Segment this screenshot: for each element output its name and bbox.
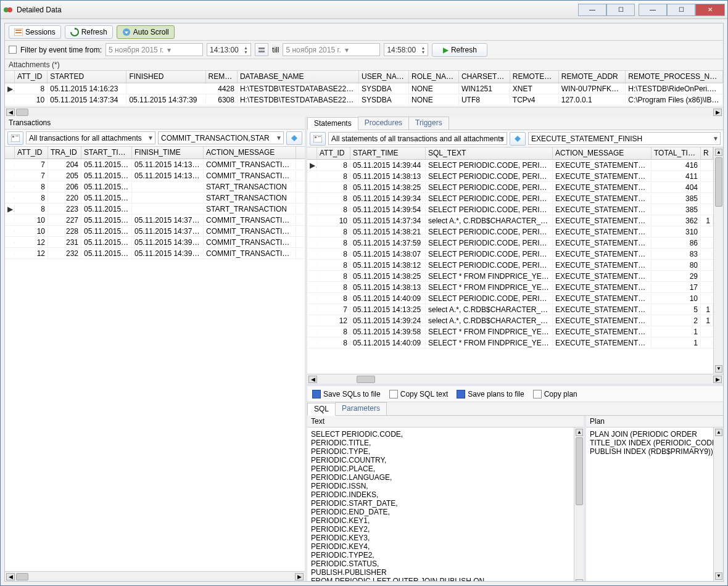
window-sub-minimize[interactable]: ― [578,4,606,16]
grid-options-button[interactable] [310,132,326,146]
scroll-left-icon[interactable]: ◀ [6,109,15,116]
table-row[interactable]: ▶ 8 223 05.11.2015 14 START_TRANSACTION [5,204,305,215]
statements-vscroll[interactable]: ▲ ▼ [713,147,723,374]
table-row[interactable]: 8 220 05.11.2015 14 START_TRANSACTION [5,192,305,204]
sql-text-label: Text [307,416,584,427]
scroll-left-icon[interactable]: ◀ [308,376,317,383]
scroll-up-icon[interactable]: ▲ [715,429,722,436]
copy-sql-button[interactable]: Copy SQL text [389,390,449,398]
table-row[interactable]: 8 05.11.2015 14:38:25 SELECT PERIODIC.CO… [307,182,713,193]
table-row[interactable]: 8 05.11.2015 14:40:09 SELECT PERIODIC.CO… [307,293,713,304]
save-plans-button[interactable]: Save plans to file [457,390,524,398]
scroll-thumb[interactable] [357,376,375,383]
table-row[interactable]: ▶ 8 05.11.2015 14:16:23 4428 H:\TESTDB\T… [5,83,723,94]
table-row[interactable]: 12 05.11.2015 14:39:24 select A.*, C.RDB… [307,315,713,326]
table-row[interactable]: 8 05.11.2015 14:39:34 SELECT PERIODIC.CO… [307,193,713,204]
table-row[interactable]: 8 05.11.2015 14:38:21 SELECT PERIODIC.CO… [307,226,713,237]
table-row[interactable]: 8 05.11.2015 14:38:13 SELECT * FROM FIND… [307,282,713,293]
tab-triggers[interactable]: Triggers [408,117,449,130]
table-row[interactable]: 8 05.11.2015 14:38:07 SELECT PERIODIC.CO… [307,249,713,260]
statements-hscroll[interactable]: ◀ ▶ [307,374,723,384]
attachments-hscroll[interactable]: ◀ ▶ [5,107,723,117]
copy-icon [389,390,398,398]
range-preset-button[interactable] [255,43,268,56]
table-row[interactable]: 7 205 05.11.2015 14 05.11.2015 14:13:31 … [5,170,305,181]
table-row[interactable]: 12 232 05.11.2015 14 05.11.2015 14:39:29… [5,248,305,259]
sql-pane: Save SQLs to file Copy SQL text Save pla… [307,384,723,581]
tab-statements[interactable]: Statements [307,117,358,130]
spin-icon: ▲▼ [421,46,425,54]
table-row[interactable]: 8 206 05.11.2015 14 START_TRANSACTION [5,181,305,192]
statements-grid[interactable]: ATT_IDSTART_TIMESQL_TEXTACTION_MESSAGETO… [307,147,713,374]
svg-rect-13 [318,136,321,137]
to-time-input[interactable]: 14:58:00 ▲▼ [384,43,428,56]
scroll-right-icon[interactable]: ▶ [713,109,722,116]
refresh-button[interactable]: Refresh [65,25,113,39]
sql-text-vscroll[interactable]: ▲ ▼ [574,427,584,581]
play-icon: ▶ [443,46,449,54]
scroll-down-icon[interactable]: ▼ [715,365,722,373]
attachments-title: Attachments (*) [5,59,723,71]
table-row[interactable]: ▶ 8 05.11.2015 14:39:44 SELECT PERIODIC.… [307,160,713,171]
table-row[interactable]: 7 204 05.11.2015 14 05.11.2015 14:13:25 … [5,159,305,170]
scroll-down-icon[interactable]: ▼ [715,572,722,580]
sql-split: Text SELECT PERIODIC.CODE, PERIODIC.TITL… [307,416,723,581]
table-row[interactable]: 10 227 05.11.2015 14 05.11.2015 14:37:34… [5,215,305,226]
transactions-filter-combo[interactable]: All transactions for all attachments▼ [26,131,155,144]
transactions-hscroll[interactable]: ◀ ▶ [5,571,305,581]
scroll-thumb[interactable] [16,109,28,116]
sessions-button[interactable]: Sessions [9,25,61,39]
table-row[interactable]: 8 05.11.2015 14:38:12 SELECT PERIODIC.CO… [307,260,713,271]
tab-parameters[interactable]: Parameters [335,402,387,415]
sql-text-area[interactable]: SELECT PERIODIC.CODE, PERIODIC.TITLE, PE… [307,427,574,581]
scroll-down-icon[interactable]: ▼ [576,579,583,581]
svg-rect-8 [11,134,20,142]
scroll-left-icon[interactable]: ◀ [6,573,15,580]
scroll-up-icon[interactable]: ▲ [715,149,722,156]
table-row[interactable]: 10 228 05.11.2015 14 05.11.2015 14:37:39… [5,226,305,237]
window-minimize[interactable]: ― [639,4,667,16]
copy-icon [533,390,542,398]
transactions-filter-text[interactable]: COMMIT_TRANSACTION,STAR▼ [158,131,284,144]
table-row[interactable]: 8 05.11.2015 14:40:09 SELECT * FROM FIND… [307,337,713,349]
table-row[interactable]: 10 05.11.2015 14:37:34 05.11.2015 14:37:… [5,94,723,105]
scroll-thumb[interactable] [16,573,28,580]
statements-filter-text[interactable]: EXECUTE_STATEMENT_FINISH▼ [528,132,721,145]
table-row[interactable]: 8 05.11.2015 14:39:54 SELECT PERIODIC.CO… [307,204,713,215]
window-maximize[interactable]: ☐ [667,4,695,16]
window-sub-maximize[interactable]: ☐ [606,4,635,16]
transactions-apply-filter[interactable] [286,131,302,145]
tab-sql[interactable]: SQL [307,403,336,416]
grid-options-button[interactable] [7,131,23,145]
tab-procedures[interactable]: Procedures [358,117,409,130]
chevron-down-icon: ▼ [499,135,505,142]
scroll-thumb[interactable] [715,157,722,207]
attachments-grid[interactable]: ATT_IDSTARTEDFINISHEDREMO...DATABASE_NAM… [5,71,723,107]
scroll-up-icon[interactable]: ▲ [576,429,583,436]
copy-plan-button[interactable]: Copy plan [533,390,577,398]
calendar-icon: ▾ [167,46,171,54]
autoscroll-button[interactable]: Auto Scroll [117,25,175,39]
filter-refresh-button[interactable]: ▶ Refresh [432,43,487,57]
scroll-thumb[interactable] [576,437,583,505]
table-row[interactable]: 12 231 05.11.2015 14 05.11.2015 14:39:24… [5,237,305,248]
transactions-grid[interactable]: ATT_IDTRA_IDSTART_TIMEFINISH_TIMEACTION_… [5,147,305,571]
table-row[interactable]: 8 05.11.2015 14:39:58 SELECT * FROM FIND… [307,326,713,337]
plan-vscroll[interactable]: ▲ ▼ [713,427,723,581]
from-date-input[interactable]: 5 ноября 2015 г.▾ [105,43,203,56]
to-date-input[interactable]: 5 ноября 2015 г.▾ [283,43,380,56]
scroll-right-icon[interactable]: ▶ [713,376,722,383]
table-row[interactable]: 8 05.11.2015 14:38:13 SELECT PERIODIC.CO… [307,171,713,182]
from-time-input[interactable]: 14:13:00 ▲▼ [207,43,251,56]
table-row[interactable]: 8 05.11.2015 14:38:25 SELECT * FROM FIND… [307,271,713,282]
table-row[interactable]: 8 05.11.2015 14:37:59 SELECT PERIODIC.CO… [307,237,713,249]
statements-filter-combo[interactable]: All statements of all transactions and a… [328,132,507,145]
scroll-right-icon[interactable]: ▶ [295,573,304,580]
filter-checkbox[interactable] [9,46,17,54]
statements-apply-filter[interactable] [510,132,526,146]
save-sqls-button[interactable]: Save SQLs to file [312,390,381,398]
table-row[interactable]: 7 05.11.2015 14:13:25 select A.*, C.RDB$… [307,304,713,315]
plan-text-area[interactable]: PLAN JOIN (PERIODIC ORDER TITLE_IDX INDE… [586,427,713,581]
table-row[interactable]: 10 05.11.2015 14:37:34 select A.*, C.RDB… [307,215,713,226]
window-close[interactable]: ✕ [695,4,725,16]
